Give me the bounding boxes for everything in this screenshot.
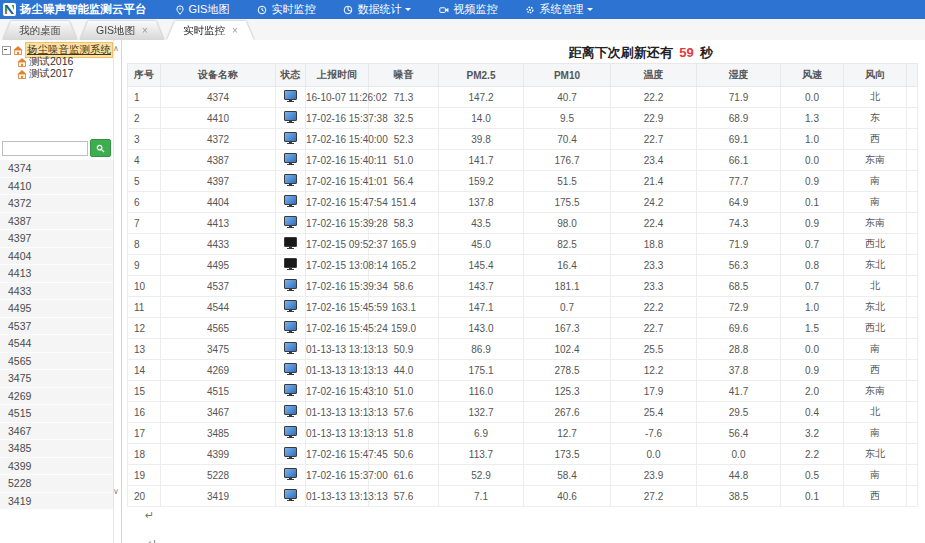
device-list-item[interactable]: 4387 bbox=[0, 213, 113, 231]
table-row[interactable]: 17348501-13-13 13:13:1351.86.912.7-7.656… bbox=[128, 423, 918, 444]
table-cell: 24.2 bbox=[611, 192, 697, 213]
table-row[interactable]: 20341901-13-13 13:13:1357.67.140.627.238… bbox=[128, 486, 918, 507]
table-cell: 01-13-13 13:13:13 bbox=[306, 339, 369, 360]
table-cell: 16 bbox=[128, 402, 161, 423]
table-row[interactable]: 19522817-02-16 15:37:0061.652.958.423.94… bbox=[128, 465, 918, 486]
menu-item-realtime-monitor[interactable]: 实时监控 bbox=[243, 0, 329, 19]
table-cell: 68.5 bbox=[697, 276, 781, 297]
table-row[interactable]: 18439917-02-16 15:47:4550.6113.7173.50.0… bbox=[128, 444, 918, 465]
table-cell: 27.2 bbox=[611, 486, 697, 507]
device-list-item[interactable]: 4374 bbox=[0, 160, 113, 178]
table-row[interactable]: 3437217-02-16 15:40:0052.339.870.422.769… bbox=[128, 129, 918, 150]
table-cell: 181.1 bbox=[524, 276, 611, 297]
device-search bbox=[2, 139, 113, 157]
scroll-up-icon[interactable]: ∧ bbox=[112, 45, 120, 53]
menu-item-data-statistics[interactable]: 数据统计 bbox=[329, 0, 425, 19]
device-list-item[interactable]: 3419 bbox=[0, 493, 113, 511]
device-list-item[interactable]: 4372 bbox=[0, 195, 113, 213]
collapse-icon[interactable] bbox=[2, 46, 11, 55]
table-cell: 6.9 bbox=[439, 423, 524, 444]
device-list-item[interactable]: 4544 bbox=[0, 335, 113, 353]
device-list-item[interactable]: 4410 bbox=[0, 178, 113, 196]
monitor-blue-icon bbox=[276, 360, 306, 381]
column-header: 风向 bbox=[844, 64, 907, 87]
tab-gis-map[interactable]: GIS地图 × bbox=[80, 21, 164, 40]
column-header: 湿度 bbox=[697, 64, 781, 87]
menu-item-label: 实时监控 bbox=[271, 2, 315, 17]
table-cell: 0.0 bbox=[781, 87, 844, 108]
table-cell: 17.9 bbox=[611, 381, 697, 402]
menu-item-video-monitor[interactable]: 视频监控 bbox=[425, 0, 511, 19]
table-cell: 17-02-16 15:37:00 bbox=[306, 465, 369, 486]
table-cell: 132.7 bbox=[439, 402, 524, 423]
main-menu: GIS地图 实时监控 数据统计 bbox=[161, 0, 608, 19]
table-row[interactable]: 1437416-10-07 11:26:0271.3147.240.722.27… bbox=[128, 87, 918, 108]
table-cell: 173.5 bbox=[524, 444, 611, 465]
menu-item-gis-map[interactable]: GIS地图 bbox=[161, 0, 244, 19]
device-list-item[interactable]: 4269 bbox=[0, 388, 113, 406]
device-list-item[interactable]: 3475 bbox=[0, 370, 113, 388]
table-cell: 147.2 bbox=[439, 87, 524, 108]
table-cell: 南 bbox=[844, 339, 907, 360]
search-button[interactable] bbox=[90, 139, 111, 157]
menu-item-system-management[interactable]: 系统管理 bbox=[511, 0, 607, 19]
table-row[interactable]: 2441017-02-16 15:37:3832.514.09.522.968.… bbox=[128, 108, 918, 129]
table-cell: 15 bbox=[128, 381, 161, 402]
tab-realtime-monitor[interactable]: 实时监控 × bbox=[167, 21, 254, 40]
table-cell: 4495 bbox=[161, 255, 276, 276]
sidebar: 扬尘噪音监测系统 测试2016 bbox=[0, 40, 122, 543]
table-row[interactable]: 4438717-02-16 15:40:1151.0141.7176.723.4… bbox=[128, 150, 918, 171]
table-row[interactable]: 11454417-02-16 15:45:59163.1147.10.722.2… bbox=[128, 297, 918, 318]
device-list-item[interactable]: 3467 bbox=[0, 423, 113, 441]
device-list-item[interactable]: 3485 bbox=[0, 440, 113, 458]
table-row[interactable]: 5439717-02-16 15:41:0156.4159.251.521.47… bbox=[128, 171, 918, 192]
device-list-item[interactable]: 4495 bbox=[0, 300, 113, 318]
table-row[interactable]: 8443317-02-15 09:52:37165.945.082.518.87… bbox=[128, 234, 918, 255]
device-list-item[interactable]: 4413 bbox=[0, 265, 113, 283]
table-row[interactable]: 13347501-13-13 13:13:1350.986.9102.425.5… bbox=[128, 339, 918, 360]
device-list-item[interactable]: 4399 bbox=[0, 458, 113, 476]
table-row[interactable]: 16346701-13-13 13:13:1357.6132.7267.625.… bbox=[128, 402, 918, 423]
device-list-item[interactable]: 4397 bbox=[0, 230, 113, 248]
device-list-item[interactable]: 4565 bbox=[0, 353, 113, 371]
table-row[interactable]: 15451517-02-16 15:43:1051.0116.0125.317.… bbox=[128, 381, 918, 402]
monitor-blue-icon bbox=[276, 381, 306, 402]
tab-my-desktop[interactable]: 我的桌面 bbox=[3, 21, 77, 40]
tree-node-test2017[interactable]: 测试2017 bbox=[17, 68, 113, 80]
device-list-item[interactable]: 4537 bbox=[0, 318, 113, 336]
table-cell: 2.2 bbox=[781, 444, 844, 465]
device-list-item[interactable]: 4433 bbox=[0, 283, 113, 301]
table-row[interactable]: 14426901-13-13 13:13:1344.0175.1278.512.… bbox=[128, 360, 918, 381]
video-camera-icon bbox=[439, 5, 449, 15]
table-cell: 40.6 bbox=[524, 486, 611, 507]
search-input[interactable] bbox=[2, 141, 88, 156]
table-cell-spacer bbox=[907, 87, 918, 108]
table-cell: 12 bbox=[128, 318, 161, 339]
table-cell: 137.8 bbox=[439, 192, 524, 213]
pie-chart-icon bbox=[343, 5, 353, 15]
table-row[interactable]: 6440417-02-16 15:47:54151.4137.8175.524.… bbox=[128, 192, 918, 213]
table-cell: 141.7 bbox=[439, 150, 524, 171]
tab-close-icon[interactable]: × bbox=[232, 26, 238, 36]
table-cell-spacer bbox=[907, 444, 918, 465]
table-cell: 17-02-15 13:08:14 bbox=[306, 255, 369, 276]
table-row[interactable]: 12456517-02-16 15:45:24159.0143.0167.322… bbox=[128, 318, 918, 339]
tree-node-label[interactable]: 测试2017 bbox=[29, 67, 73, 81]
table-cell: 159.2 bbox=[439, 171, 524, 192]
column-header: 序号 bbox=[128, 64, 161, 87]
table-cell: 东北 bbox=[844, 255, 907, 276]
device-list-item[interactable]: 5228 bbox=[0, 475, 113, 493]
scroll-down-icon[interactable]: ∨ bbox=[112, 488, 120, 496]
device-list-item[interactable]: 4404 bbox=[0, 248, 113, 266]
refresh-suffix: 秒 bbox=[700, 45, 713, 60]
table-cell: 南 bbox=[844, 465, 907, 486]
table-cell: 116.0 bbox=[439, 381, 524, 402]
column-header: 风速 bbox=[781, 64, 844, 87]
table-row[interactable]: 7441317-02-16 15:39:2858.343.598.022.474… bbox=[128, 213, 918, 234]
table-row[interactable]: 9449517-02-15 13:08:14165.2145.416.423.3… bbox=[128, 255, 918, 276]
tab-label: 我的桌面 bbox=[19, 24, 61, 38]
menu-item-label: 视频监控 bbox=[453, 2, 497, 17]
tab-close-icon[interactable]: × bbox=[142, 26, 148, 36]
table-row[interactable]: 10453717-02-16 15:39:3458.6143.7181.123.… bbox=[128, 276, 918, 297]
device-list-item[interactable]: 4515 bbox=[0, 405, 113, 423]
